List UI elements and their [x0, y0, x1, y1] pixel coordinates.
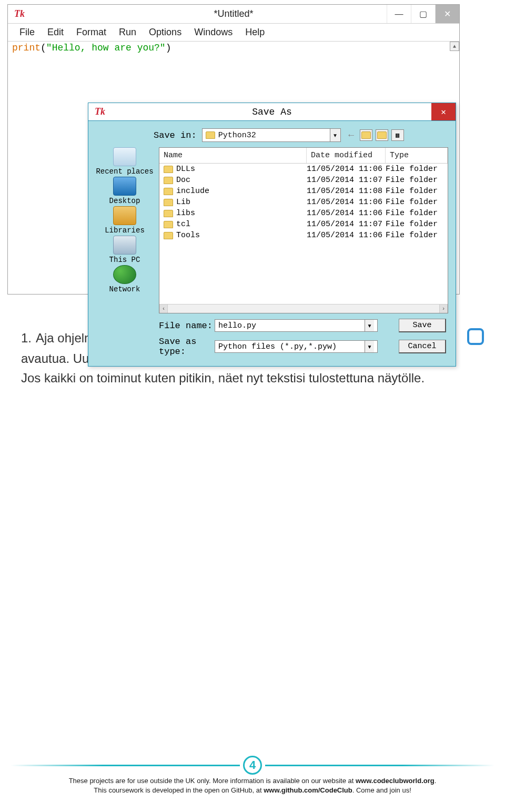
sidebar-item-recent[interactable]: Recent places [96, 147, 154, 176]
this-pc-icon [113, 236, 136, 255]
scroll-up-button[interactable]: ▲ [450, 42, 459, 51]
menu-options[interactable]: Options [143, 26, 188, 39]
file-type: File folder [386, 209, 443, 218]
save-as-title-bar: Tk Save As ✕ [88, 103, 456, 121]
file-date: 11/05/2014 11:06 [307, 231, 386, 240]
save-in-label: Save in: [154, 130, 197, 140]
file-type: File folder [386, 220, 443, 229]
sidebar-label: Network [109, 285, 140, 293]
file-list-panel: Name Date modified Type DLLs11/05/2014 1… [159, 147, 448, 313]
menu-format[interactable]: Format [70, 26, 113, 39]
sidebar-label: Desktop [109, 197, 140, 205]
save-as-type-value: Python files (*.py,*.pyw) [218, 342, 337, 351]
menu-windows[interactable]: Windows [188, 26, 239, 39]
file-row[interactable]: Lib11/05/2014 11:06File folder [159, 197, 448, 208]
sidebar-label: Libraries [105, 226, 145, 235]
chevron-down-icon[interactable]: ▾ [365, 341, 374, 352]
places-sidebar: Recent places Desktop Libraries This PC … [96, 147, 154, 313]
network-icon [113, 265, 136, 284]
save-in-row: Save in: Python32 ▾ ← ▦ [96, 128, 448, 142]
sidebar-item-thispc[interactable]: This PC [96, 236, 154, 264]
libraries-icon [113, 206, 136, 225]
idle-editor-window: Tk *Untitled* — ▢ ✕ File Edit Format Run… [7, 4, 460, 295]
chevron-down-icon[interactable]: ▾ [330, 129, 340, 141]
save-as-type-combo[interactable]: Python files (*.py,*.pyw) ▾ [215, 340, 378, 353]
save-button[interactable]: Save [399, 319, 446, 332]
file-row[interactable]: Tools11/05/2014 11:06File folder [159, 230, 448, 241]
folder-icon [164, 177, 173, 184]
maximize-button[interactable]: ▢ [411, 5, 435, 23]
file-name-input[interactable]: hello.py ▾ [215, 319, 378, 332]
folder-icon [164, 221, 173, 228]
idle-title-bar: Tk *Untitled* — ▢ ✕ [8, 5, 459, 24]
file-date: 11/05/2014 11:08 [307, 187, 386, 196]
scroll-right-icon[interactable]: › [439, 304, 448, 313]
save-as-title: Save As [88, 107, 456, 117]
file-list-scrollbar[interactable]: ‹ › [159, 304, 448, 313]
file-rows: DLLs11/05/2014 11:06File folderDoc11/05/… [159, 164, 448, 241]
code-string: "Hello, how are you?" [46, 43, 166, 53]
sidebar-item-desktop[interactable]: Desktop [96, 177, 154, 205]
file-type: File folder [386, 176, 443, 185]
close-button[interactable]: ✕ [435, 5, 459, 23]
save-as-main: Recent places Desktop Libraries This PC … [96, 147, 448, 313]
file-type: File folder [386, 231, 443, 240]
sidebar-item-network[interactable]: Network [96, 265, 154, 293]
save-in-value: Python32 [218, 131, 256, 140]
up-folder-button[interactable] [360, 129, 372, 141]
file-name: Doc [176, 176, 190, 185]
file-row[interactable]: libs11/05/2014 11:06File folder [159, 208, 448, 219]
file-type: File folder [386, 198, 443, 207]
scroll-left-icon[interactable]: ‹ [159, 304, 168, 313]
file-name-value: hello.py [218, 321, 256, 330]
file-list-empty [159, 241, 448, 304]
file-row[interactable]: Doc11/05/2014 11:07File folder [159, 175, 448, 186]
file-date: 11/05/2014 11:07 [307, 220, 386, 229]
file-name: Lib [176, 198, 190, 207]
folder-icon [164, 210, 173, 217]
file-row[interactable]: include11/05/2014 11:08File folder [159, 186, 448, 197]
col-name[interactable]: Name [159, 148, 307, 163]
file-name: Tools [176, 231, 200, 240]
scroll-track[interactable] [168, 304, 439, 313]
sidebar-label: Recent places [96, 167, 153, 176]
file-date: 11/05/2014 11:07 [307, 176, 386, 185]
back-icon[interactable]: ← [346, 130, 357, 140]
new-folder-button[interactable] [376, 129, 388, 141]
menu-file[interactable]: File [13, 26, 41, 39]
desktop-icon [113, 177, 136, 196]
window-controls: — ▢ ✕ [387, 5, 459, 23]
sidebar-item-libraries[interactable]: Libraries [96, 206, 154, 235]
save-in-combo[interactable]: Python32 ▾ [202, 128, 341, 142]
chevron-down-icon[interactable]: ▾ [365, 320, 374, 331]
menu-run[interactable]: Run [113, 26, 143, 39]
idle-code-area[interactable]: print("Hello, how are you?") ▲ Tk Save A… [8, 42, 459, 294]
cancel-button[interactable]: Cancel [399, 340, 446, 353]
file-row[interactable]: tcl11/05/2014 11:07File folder [159, 219, 448, 230]
menu-help[interactable]: Help [239, 26, 271, 39]
col-date[interactable]: Date modified [307, 148, 386, 163]
minimize-button[interactable]: — [387, 5, 411, 23]
file-name: DLLs [176, 165, 195, 174]
file-name: libs [176, 209, 195, 218]
save-as-close-button[interactable]: ✕ [431, 103, 456, 120]
step-number: 1. [21, 328, 36, 348]
task-checkbox[interactable] [467, 328, 484, 345]
folder-icon [164, 232, 173, 239]
code-paren-close: ) [166, 43, 171, 53]
col-type[interactable]: Type [386, 148, 448, 163]
save-as-bottom: File name: hello.py ▾ Save Save as type:… [96, 319, 448, 357]
save-as-type-label: Save as type: [159, 337, 215, 357]
save-toolbar: ← ▦ [346, 129, 404, 141]
menu-edit[interactable]: Edit [41, 26, 70, 39]
file-name-label: File name: [159, 321, 215, 331]
view-menu-button[interactable]: ▦ [391, 129, 404, 141]
file-list-header: Name Date modified Type [159, 148, 448, 164]
file-row[interactable]: DLLs11/05/2014 11:06File folder [159, 164, 448, 175]
folder-icon [164, 188, 173, 195]
file-date: 11/05/2014 11:06 [307, 165, 386, 174]
file-date: 11/05/2014 11:06 [307, 198, 386, 207]
file-date: 11/05/2014 11:06 [307, 209, 386, 218]
save-as-dialog: Tk Save As ✕ Save in: Python32 ▾ ← [88, 103, 456, 367]
code-paren: ( [41, 43, 46, 53]
